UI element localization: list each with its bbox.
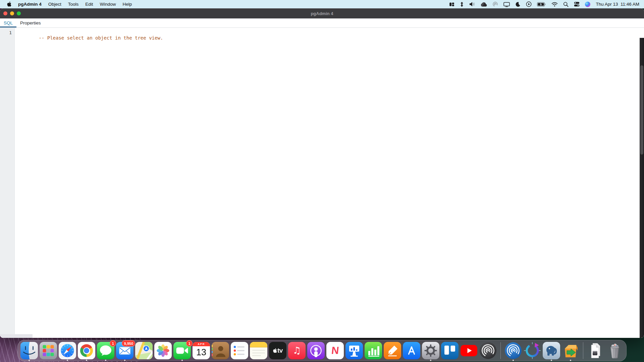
reminders-icon xyxy=(231,342,248,359)
pgadmin-window: pgAdmin 4 SQL Properties 1 -- Please sel… xyxy=(0,8,644,338)
dock-item-app-store[interactable] xyxy=(403,340,420,362)
dock-item-finder[interactable] xyxy=(20,340,38,362)
keynote-icon xyxy=(345,342,363,359)
tab-sql[interactable]: SQL xyxy=(0,18,16,27)
dock-item-pages[interactable] xyxy=(384,340,401,362)
app-menu-pgadmin[interactable]: pgAdmin 4 xyxy=(15,0,45,8)
dock-item-numbers[interactable] xyxy=(365,340,382,362)
dock-item-news[interactable]: N xyxy=(326,340,344,362)
menu-window[interactable]: Window xyxy=(97,0,119,8)
display-scale-icon[interactable] xyxy=(460,2,464,7)
system-settings-icon xyxy=(422,342,439,359)
dock-item-chrome[interactable] xyxy=(78,340,95,362)
dock-item-documents[interactable] xyxy=(587,340,604,362)
siri-icon[interactable] xyxy=(585,2,590,7)
documents-icon xyxy=(587,342,604,359)
menu-bar-clock[interactable]: Thu Apr 13 11:46 AM xyxy=(596,2,639,7)
dock-item-notes[interactable] xyxy=(250,340,267,362)
dock-item-messages[interactable]: 1 xyxy=(97,340,114,362)
running-indicator xyxy=(430,360,431,361)
dock-divider xyxy=(500,342,501,359)
photos-icon xyxy=(154,342,172,359)
menu-object[interactable]: Object xyxy=(45,0,65,8)
safari-icon xyxy=(59,342,76,359)
minimize-button[interactable] xyxy=(10,11,14,15)
display-icon[interactable] xyxy=(503,2,510,7)
trash-icon xyxy=(606,342,624,359)
apple-logo-icon xyxy=(7,1,11,7)
dock-item-keynote[interactable] xyxy=(345,340,363,362)
scrollbar-track[interactable] xyxy=(640,38,644,338)
dock-item-screen-share-blue[interactable] xyxy=(504,340,522,362)
dock-item-contacts[interactable] xyxy=(212,340,229,362)
unarchiver-icon xyxy=(562,342,579,359)
notification-badge: 1 xyxy=(110,340,116,347)
window-tiling-icon[interactable] xyxy=(449,2,454,7)
window-titlebar[interactable]: pgAdmin 4 xyxy=(0,8,644,18)
volume-icon[interactable] xyxy=(469,2,475,7)
calendar-month: APR xyxy=(193,342,210,346)
screen-share-blue-icon xyxy=(504,342,522,359)
running-indicator xyxy=(105,360,106,361)
music-note-glyph: ♫ xyxy=(292,346,301,355)
close-button[interactable] xyxy=(3,11,7,15)
dock-item-music[interactable]: ♫ xyxy=(288,340,306,362)
menu-items: ObjectToolsEditWindowHelp xyxy=(45,0,136,8)
dock-divider xyxy=(583,342,583,359)
dock-item-maps[interactable] xyxy=(135,340,153,362)
dock-item-screen-share-gray[interactable] xyxy=(479,340,497,362)
running-indicator xyxy=(513,360,514,361)
app-store-icon xyxy=(403,342,420,359)
traffic-lights xyxy=(0,11,21,15)
dock-item-reminders[interactable] xyxy=(231,340,248,362)
apple-tv-icon: tv xyxy=(269,342,286,359)
screen-mirroring-icon[interactable] xyxy=(492,1,498,7)
tab-properties[interactable]: Properties xyxy=(16,18,45,27)
dock-item-apple-tv[interactable]: tv xyxy=(269,340,286,362)
pgadmin-icon xyxy=(543,342,560,359)
calendar-day: 13 xyxy=(193,346,210,359)
tab-sql-label: SQL xyxy=(4,20,13,25)
contacts-icon xyxy=(212,342,229,359)
youtube-icon xyxy=(460,342,478,359)
running-indicator xyxy=(124,360,125,361)
dock-item-podcasts[interactable] xyxy=(307,340,325,362)
dock-item-system-settings[interactable] xyxy=(422,340,439,362)
chrome-icon xyxy=(78,342,95,359)
dock-item-facetime[interactable]: 1 xyxy=(173,340,191,362)
scroll-corner xyxy=(0,334,33,338)
menu-edit[interactable]: Edit xyxy=(82,0,96,8)
menu-help[interactable]: Help xyxy=(119,0,136,8)
notification-badge: 9,950 xyxy=(122,340,135,347)
code-editor[interactable]: -- Please select an object in the tree v… xyxy=(15,28,644,338)
dock-item-trello[interactable] xyxy=(441,340,459,362)
menu-bar-right: Thu Apr 13 11:46 AM xyxy=(449,0,639,8)
dock-item-calendar[interactable]: APR13 xyxy=(193,340,210,362)
weather-icon[interactable] xyxy=(481,2,487,7)
notification-badge: 1 xyxy=(186,340,193,347)
scrollbar-thumb[interactable] xyxy=(640,65,643,155)
now-playing-icon[interactable] xyxy=(526,1,532,7)
dock-item-unarchiver[interactable] xyxy=(562,340,579,362)
control-center-icon[interactable] xyxy=(574,1,580,7)
tab-properties-label: Properties xyxy=(20,20,41,25)
menu-tools[interactable]: Tools xyxy=(65,0,82,8)
trello-icon xyxy=(441,342,459,359)
editor-area: 1 -- Please select an object in the tree… xyxy=(0,28,644,338)
dock-item-sync-utility[interactable] xyxy=(524,340,541,362)
wifi-icon[interactable] xyxy=(551,2,558,7)
dock-item-pgadmin[interactable] xyxy=(543,340,560,362)
focus-icon[interactable] xyxy=(515,2,521,7)
dock-item-mail[interactable]: 9,950 xyxy=(116,340,133,362)
apple-menu[interactable] xyxy=(3,0,15,8)
fullscreen-button[interactable] xyxy=(17,11,21,15)
finder-icon xyxy=(20,342,38,359)
dock-item-trash[interactable] xyxy=(606,340,624,362)
dock-item-safari[interactable] xyxy=(59,340,76,362)
spotlight-icon[interactable] xyxy=(563,2,569,7)
battery-icon[interactable] xyxy=(537,2,546,7)
numbers-icon xyxy=(365,342,382,359)
dock-item-photos[interactable] xyxy=(154,340,172,362)
dock-item-youtube[interactable] xyxy=(460,340,478,362)
dock-item-launchpad[interactable] xyxy=(40,340,57,362)
